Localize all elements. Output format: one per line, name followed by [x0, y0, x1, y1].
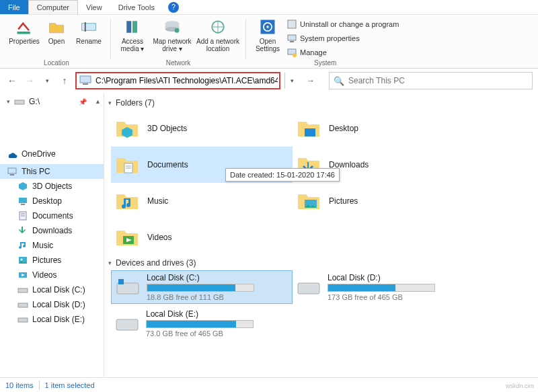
svg-rect-20 [15, 100, 24, 104]
system-properties-button[interactable]: System properties [286, 32, 399, 45]
sidebar-item-videos[interactable]: Videos [0, 268, 104, 282]
map-drive-icon [163, 17, 182, 36]
sidebar-item-3d-objects[interactable]: 3D Objects [0, 179, 104, 194]
music-icon [17, 240, 28, 251]
up-button[interactable]: ↑ [58, 74, 71, 87]
svg-point-29 [21, 259, 23, 261]
uninstall-program-button[interactable]: Uninstall or change a program [286, 17, 399, 31]
address-dropdown[interactable]: ▾ [284, 73, 299, 89]
drive-c[interactable]: Local Disk (C:) 18.8 GB free of 111 GB [111, 270, 293, 304]
drive-icon [14, 96, 25, 107]
disk-icon [17, 314, 28, 325]
svg-rect-1 [82, 24, 96, 31]
folders-section-header[interactable]: ▾ Folders (7) [107, 95, 538, 110]
sidebar-item-local-disk-d[interactable]: Local Disk (D:) [0, 297, 104, 312]
sidebar-item-downloads[interactable]: Downloads [0, 223, 104, 238]
this-pc-icon [78, 73, 93, 88]
access-media-button[interactable]: Access media ▾ [116, 16, 149, 52]
svg-rect-35 [305, 128, 315, 136]
drives-section-header[interactable]: ▾ Devices and drives (3) [107, 256, 538, 270]
tab-computer[interactable]: Computer [28, 0, 78, 14]
rename-button[interactable]: Rename [73, 16, 105, 45]
svg-rect-21 [8, 168, 16, 173]
search-icon: 🔍 [334, 76, 344, 86]
svg-rect-42 [117, 283, 139, 294]
drive-icon [114, 310, 141, 337]
sidebar-item-local-disk-c[interactable]: Local Disk (C:) [0, 282, 104, 297]
go-refresh-button[interactable]: → [303, 73, 318, 88]
title-tabs: File Computer View Drive Tools ? [0, 0, 538, 15]
folder-videos[interactable]: Videos [111, 219, 293, 256]
manage-button[interactable]: Manage [286, 46, 399, 59]
usage-bar [328, 284, 435, 292]
system-properties-icon [286, 33, 297, 44]
folder-desktop[interactable]: Desktop [293, 110, 474, 147]
search-input[interactable] [348, 76, 528, 85]
folder-icon [114, 224, 141, 251]
help-icon[interactable]: ? [168, 2, 179, 13]
content-pane: ▾ Folders (7) 3D Objects Desktop Documen… [104, 93, 538, 377]
downloads-icon [17, 225, 28, 236]
folder-icon [295, 115, 322, 142]
sidebar-item-local-disk-e[interactable]: Local Disk (E:) [0, 312, 104, 327]
recent-locations-button[interactable]: ▾ [40, 74, 54, 87]
sidebar-item-desktop[interactable]: Desktop [0, 194, 104, 208]
group-network-label: Network [166, 59, 191, 68]
folder-3d-objects[interactable]: 3D Objects [111, 110, 293, 147]
svg-point-12 [266, 26, 269, 28]
open-button[interactable]: Open [43, 16, 70, 45]
add-network-location-button[interactable]: Add a network location [196, 16, 240, 52]
drive-e[interactable]: Local Disk (E:) 73.0 GB free of 465 GB [111, 307, 293, 340]
tab-file[interactable]: File [0, 0, 28, 14]
properties-icon [15, 17, 34, 36]
map-network-drive-button[interactable]: Map network drive ▾ [151, 16, 193, 52]
folder-pictures[interactable]: Pictures [293, 183, 474, 219]
manage-icon [286, 47, 297, 58]
tab-drive-tools[interactable]: Drive Tools [110, 0, 163, 14]
back-button[interactable]: ← [5, 74, 19, 87]
status-bar: 10 items 1 item selected [0, 377, 538, 392]
group-system-label: System [314, 59, 336, 68]
status-selected-count: 1 item selected [45, 381, 95, 389]
svg-rect-24 [21, 204, 25, 205]
watermark: wskdn.cim [506, 383, 534, 389]
sidebar-item-music[interactable]: Music [0, 238, 104, 253]
add-location-icon [208, 17, 227, 36]
usage-bar [146, 320, 254, 328]
sidebar-item-documents[interactable]: Documents [0, 208, 104, 223]
forward-button[interactable]: → [23, 74, 36, 87]
folder-icon [114, 115, 141, 142]
svg-rect-13 [288, 20, 296, 28]
group-location-label: Location [44, 59, 69, 68]
os-drive-icon [114, 274, 141, 301]
svg-rect-18 [80, 76, 91, 83]
ribbon-separator [110, 19, 111, 59]
search-box[interactable]: 🔍 [329, 72, 533, 89]
videos-icon [17, 270, 28, 280]
navigation-pane: ▾ G:\ 📌 ▲ OneDrive This PC 3D Objects De… [0, 93, 104, 377]
sidebar-this-pc[interactable]: This PC [0, 164, 104, 179]
svg-rect-0 [17, 32, 30, 34]
sidebar-item-pictures[interactable]: Pictures [0, 253, 104, 268]
sidebar-onedrive[interactable]: OneDrive [0, 147, 104, 161]
folder-music[interactable]: Music [111, 183, 293, 219]
svg-point-8 [175, 28, 180, 33]
open-settings-button[interactable]: Open Settings [252, 16, 284, 52]
sidebar-gdrive[interactable]: ▾ G:\ 📌 ▲ [0, 94, 104, 109]
drive-d[interactable]: Local Disk (D:) 173 GB free of 465 GB [293, 270, 474, 304]
chevron-down-icon: ▾ [108, 260, 112, 266]
ribbon: Properties Open Rename Location Access m… [0, 15, 538, 69]
svg-rect-14 [288, 35, 296, 40]
address-input[interactable] [94, 73, 279, 88]
svg-rect-45 [116, 319, 138, 330]
svg-rect-22 [10, 174, 14, 175]
tab-view[interactable]: View [78, 0, 110, 14]
svg-rect-43 [118, 279, 124, 284]
folder-icon [114, 151, 141, 178]
svg-rect-4 [132, 21, 137, 33]
address-bar[interactable] [75, 72, 280, 89]
settings-icon [258, 17, 277, 36]
tooltip: Date created: 15-01-2020 17:46 [225, 168, 340, 182]
properties-button[interactable]: Properties [8, 16, 40, 45]
desktop-icon [17, 196, 28, 206]
